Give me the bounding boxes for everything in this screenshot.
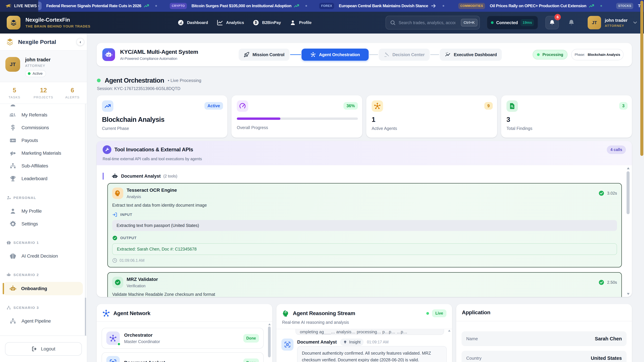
- svg-text:₿: ₿: [254, 21, 257, 25]
